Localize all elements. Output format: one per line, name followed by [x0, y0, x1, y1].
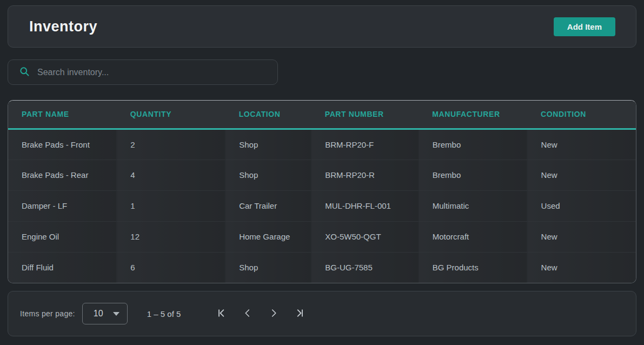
cell-condition: New — [527, 221, 636, 252]
cell-quantity: 1 — [117, 190, 225, 221]
table-header-row: PART NAME QUANTITY LOCATION PART NUMBER … — [8, 101, 636, 129]
header-card: Inventory Add Item — [8, 5, 636, 48]
cell-part-name: Damper - LF — [8, 190, 117, 221]
cell-condition: New — [527, 252, 636, 283]
column-header-manufacturer[interactable]: MANUFACTURER — [419, 101, 527, 129]
cell-manufacturer: BG Products — [419, 252, 527, 283]
chevron-down-icon — [113, 312, 119, 316]
cell-manufacturer: Brembo — [419, 129, 527, 160]
add-item-button[interactable]: Add Item — [554, 17, 615, 36]
previous-page-button[interactable] — [235, 303, 261, 324]
last-page-icon — [294, 308, 305, 320]
cell-condition: New — [527, 129, 636, 160]
pager-controls — [209, 303, 313, 324]
cell-quantity: 4 — [117, 160, 225, 190]
first-page-icon — [216, 308, 227, 320]
cell-manufacturer: Motorcraft — [419, 221, 527, 252]
last-page-button[interactable] — [287, 303, 313, 324]
cell-quantity: 12 — [117, 221, 225, 252]
search-icon — [19, 66, 30, 79]
page-title: Inventory — [29, 18, 97, 35]
cell-manufacturer: Brembo — [419, 160, 527, 190]
cell-part-name: Engine Oil — [8, 221, 117, 252]
pagination-bar: Items per page: 10 1 – 5 of 5 — [8, 291, 636, 336]
cell-manufacturer: Multimatic — [419, 190, 527, 221]
cell-part-number: BRM-RP20-R — [311, 160, 419, 190]
inventory-table-card: PART NAME QUANTITY LOCATION PART NUMBER … — [8, 100, 636, 283]
cell-part-name: Diff Fluid — [8, 252, 117, 283]
cell-part-number: XO-5W50-QGT — [311, 221, 419, 252]
next-page-button[interactable] — [261, 303, 287, 324]
cell-part-number: MUL-DHR-FL-001 — [311, 190, 419, 221]
cell-quantity: 2 — [117, 129, 225, 160]
cell-part-number: BRM-RP20-F — [311, 129, 419, 160]
cell-location: Home Garage — [225, 221, 311, 252]
cell-location: Car Trailer — [225, 190, 311, 221]
column-header-location[interactable]: LOCATION — [225, 101, 311, 129]
table-row[interactable]: Damper - LF 1 Car Trailer MUL-DHR-FL-001… — [8, 190, 636, 221]
cell-part-name: Brake Pads - Front — [8, 129, 117, 160]
column-header-part-number[interactable]: PART NUMBER — [311, 101, 419, 129]
table-row[interactable]: Engine Oil 12 Home Garage XO-5W50-QGT Mo… — [8, 221, 636, 252]
cell-location: Shop — [225, 160, 311, 190]
cell-condition: Used — [527, 190, 636, 221]
cell-part-number: BG-UG-7585 — [311, 252, 419, 283]
column-header-part-name[interactable]: PART NAME — [8, 101, 117, 129]
cell-quantity: 6 — [117, 252, 225, 283]
table-row[interactable]: Brake Pads - Front 2 Shop BRM-RP20-F Bre… — [8, 129, 636, 160]
pagination-range-label: 1 – 5 of 5 — [147, 309, 181, 319]
inventory-table: PART NAME QUANTITY LOCATION PART NUMBER … — [8, 101, 636, 283]
table-row[interactable]: Brake Pads - Rear 4 Shop BRM-RP20-R Brem… — [8, 160, 636, 190]
cell-location: Shop — [225, 252, 311, 283]
table-row[interactable]: Diff Fluid 6 Shop BG-UG-7585 BG Products… — [8, 252, 636, 283]
cell-condition: New — [527, 160, 636, 190]
page: Inventory Add Item PART NAME QUANTITY LO… — [0, 0, 644, 342]
chevron-right-icon — [269, 308, 278, 320]
column-header-quantity[interactable]: QUANTITY — [117, 101, 225, 129]
chevron-left-icon — [243, 308, 253, 320]
first-page-button[interactable] — [209, 303, 235, 324]
items-per-page-value: 10 — [94, 309, 103, 319]
items-per-page-label: Items per page: — [20, 309, 75, 318]
search-input[interactable] — [37, 68, 270, 77]
search-box[interactable] — [8, 59, 278, 85]
items-per-page-select[interactable]: 10 — [82, 303, 128, 324]
column-header-condition[interactable]: CONDITION — [527, 101, 636, 129]
cell-part-name: Brake Pads - Rear — [8, 160, 117, 190]
cell-location: Shop — [225, 129, 311, 160]
